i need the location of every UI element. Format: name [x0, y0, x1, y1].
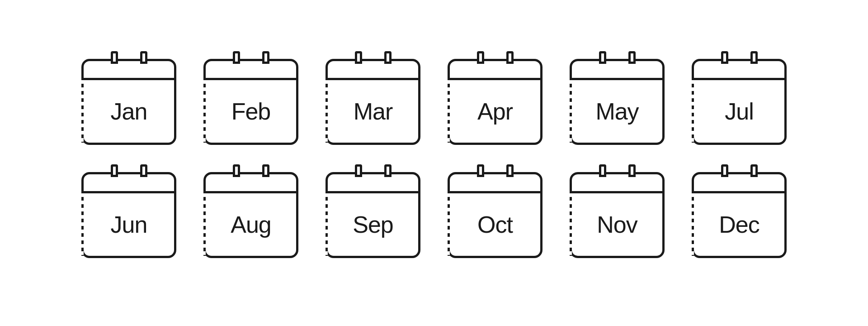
calendar-header-february	[206, 61, 296, 80]
rings-november	[572, 164, 662, 177]
calendar-body-september: Sep	[326, 172, 420, 258]
rings-september	[328, 164, 418, 177]
calendar-body-march: Mar	[326, 59, 420, 145]
calendar-icon-december: Dec	[689, 172, 789, 267]
calendar-icon-october: Oct	[445, 172, 545, 267]
calendar-content-may: May	[572, 80, 662, 143]
calendar-body-november: Nov	[570, 172, 665, 258]
month-label-may: May	[595, 98, 638, 125]
ring-left-october	[477, 164, 484, 177]
calendar-icon-grid: Jan Feb	[61, 41, 807, 285]
calendar-header-may	[572, 61, 662, 80]
ring-right-august	[262, 164, 269, 177]
calendar-body-april: Apr	[448, 59, 542, 145]
month-label-november: Nov	[597, 211, 637, 238]
calendar-content-december: Dec	[694, 193, 784, 256]
calendar-content-april: Apr	[450, 80, 540, 143]
calendar-content-january: Jan	[84, 80, 174, 143]
month-label-october: Oct	[477, 211, 513, 238]
month-label-april: Apr	[477, 98, 513, 125]
calendar-icon-november: Nov	[567, 172, 667, 267]
calendar-icon-march: Mar	[323, 59, 423, 154]
rings-january	[84, 51, 174, 64]
calendar-header-october	[450, 174, 540, 193]
calendar-icon-april: Apr	[445, 59, 545, 154]
calendar-icon-may: May	[567, 59, 667, 154]
calendar-body-july: Jul	[692, 59, 787, 145]
month-label-august: Aug	[231, 211, 271, 238]
calendar-icon-september: Sep	[323, 172, 423, 267]
ring-right-june	[140, 164, 147, 177]
ring-right-january	[140, 51, 147, 64]
calendar-content-june: Jun	[84, 193, 174, 256]
ring-right-february	[262, 51, 269, 64]
ring-left-april	[477, 51, 484, 64]
calendar-content-august: Aug	[206, 193, 296, 256]
ring-right-november	[628, 164, 636, 177]
calendar-header-june	[84, 174, 174, 193]
ring-left-december	[721, 164, 728, 177]
calendar-icon-january: Jan	[79, 59, 179, 154]
calendar-icon-august: Aug	[201, 172, 301, 267]
ring-right-april	[506, 51, 514, 64]
ring-left-july	[721, 51, 728, 64]
ring-left-may	[599, 51, 606, 64]
ring-right-may	[628, 51, 636, 64]
ring-left-june	[111, 164, 118, 177]
month-label-december: Dec	[719, 211, 759, 238]
calendar-icon-july: Jul	[689, 59, 789, 154]
calendar-header-september	[328, 174, 418, 193]
calendar-icon-february: Feb	[201, 59, 301, 154]
month-label-september: Sep	[353, 211, 393, 238]
rings-may	[572, 51, 662, 64]
calendar-header-april	[450, 61, 540, 80]
rings-december	[694, 164, 784, 177]
calendar-icon-june: Jun	[79, 172, 179, 267]
calendar-content-november: Nov	[572, 193, 662, 256]
calendar-header-march	[328, 61, 418, 80]
calendar-header-january	[84, 61, 174, 80]
calendar-header-december	[694, 174, 784, 193]
calendar-body-may: May	[570, 59, 665, 145]
ring-left-march	[355, 51, 362, 64]
calendar-content-september: Sep	[328, 193, 418, 256]
ring-left-february	[233, 51, 240, 64]
month-label-february: Feb	[231, 98, 271, 125]
rings-july	[694, 51, 784, 64]
calendar-content-february: Feb	[206, 80, 296, 143]
ring-right-july	[750, 51, 758, 64]
calendar-body-february: Feb	[203, 59, 298, 145]
rings-august	[206, 164, 296, 177]
ring-right-september	[384, 164, 392, 177]
month-label-january: Jan	[111, 98, 147, 125]
calendar-body-august: Aug	[203, 172, 298, 258]
rings-february	[206, 51, 296, 64]
ring-left-january	[111, 51, 118, 64]
calendar-body-june: Jun	[81, 172, 176, 258]
calendar-content-july: Jul	[694, 80, 784, 143]
rings-october	[450, 164, 540, 177]
calendar-header-november	[572, 174, 662, 193]
calendar-header-august	[206, 174, 296, 193]
ring-right-december	[750, 164, 758, 177]
calendar-content-march: Mar	[328, 80, 418, 143]
rings-june	[84, 164, 174, 177]
ring-left-august	[233, 164, 240, 177]
calendar-body-january: Jan	[81, 59, 176, 145]
calendar-header-july	[694, 61, 784, 80]
month-label-june: Jun	[111, 211, 147, 238]
rings-april	[450, 51, 540, 64]
ring-right-march	[384, 51, 392, 64]
calendar-body-october: Oct	[448, 172, 542, 258]
ring-left-november	[599, 164, 606, 177]
month-label-march: Mar	[354, 98, 393, 125]
calendar-content-october: Oct	[450, 193, 540, 256]
calendar-body-december: Dec	[692, 172, 787, 258]
month-label-july: Jul	[725, 98, 753, 125]
rings-march	[328, 51, 418, 64]
ring-right-october	[506, 164, 514, 177]
ring-left-september	[355, 164, 362, 177]
